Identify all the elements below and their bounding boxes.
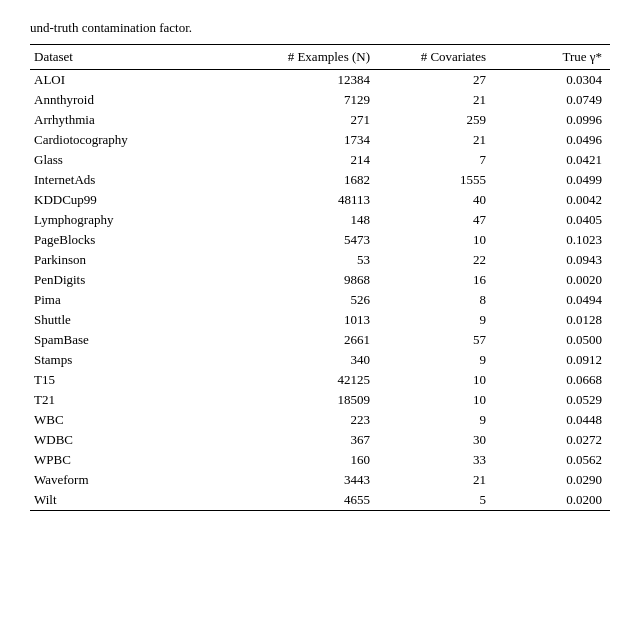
cell-dataset: Wilt [30, 490, 250, 511]
cell-examples: 1734 [250, 130, 378, 150]
cell-gamma: 0.0562 [494, 450, 610, 470]
cell-gamma: 0.0405 [494, 210, 610, 230]
cell-examples: 214 [250, 150, 378, 170]
cell-gamma: 0.0448 [494, 410, 610, 430]
cell-examples: 5473 [250, 230, 378, 250]
cell-gamma: 0.0020 [494, 270, 610, 290]
cell-gamma: 0.0042 [494, 190, 610, 210]
cell-examples: 367 [250, 430, 378, 450]
header-row: Dataset # Examples (N) # Covariates True… [30, 45, 610, 70]
cell-dataset: T21 [30, 390, 250, 410]
cell-gamma: 0.1023 [494, 230, 610, 250]
cell-covariates: 22 [378, 250, 494, 270]
col-header-gamma: True γ* [494, 45, 610, 70]
cell-dataset: Glass [30, 150, 250, 170]
table-row: WPBC160330.0562 [30, 450, 610, 470]
cell-covariates: 40 [378, 190, 494, 210]
cell-examples: 18509 [250, 390, 378, 410]
cell-gamma: 0.0529 [494, 390, 610, 410]
table-row: T2118509100.0529 [30, 390, 610, 410]
cell-gamma: 0.0996 [494, 110, 610, 130]
cell-covariates: 33 [378, 450, 494, 470]
cell-dataset: T15 [30, 370, 250, 390]
table-row: Pima52680.0494 [30, 290, 610, 310]
cell-gamma: 0.0128 [494, 310, 610, 330]
cell-covariates: 9 [378, 350, 494, 370]
cell-examples: 223 [250, 410, 378, 430]
cell-covariates: 10 [378, 230, 494, 250]
cell-dataset: PenDigits [30, 270, 250, 290]
cell-examples: 12384 [250, 70, 378, 91]
cell-dataset: PageBlocks [30, 230, 250, 250]
table-row: WBC22390.0448 [30, 410, 610, 430]
cell-dataset: Cardiotocography [30, 130, 250, 150]
table-row: SpamBase2661570.0500 [30, 330, 610, 350]
col-header-dataset: Dataset [30, 45, 250, 70]
cell-gamma: 0.0500 [494, 330, 610, 350]
table-row: KDDCup9948113400.0042 [30, 190, 610, 210]
cell-dataset: Stamps [30, 350, 250, 370]
cell-examples: 271 [250, 110, 378, 130]
cell-dataset: WDBC [30, 430, 250, 450]
cell-gamma: 0.0912 [494, 350, 610, 370]
cell-examples: 160 [250, 450, 378, 470]
cell-covariates: 21 [378, 90, 494, 110]
cell-covariates: 10 [378, 370, 494, 390]
cell-dataset: SpamBase [30, 330, 250, 350]
cell-dataset: Shuttle [30, 310, 250, 330]
table-row: Shuttle101390.0128 [30, 310, 610, 330]
table-row: Waveform3443210.0290 [30, 470, 610, 490]
cell-covariates: 5 [378, 490, 494, 511]
cell-covariates: 21 [378, 470, 494, 490]
table-row: Cardiotocography1734210.0496 [30, 130, 610, 150]
table-row: Wilt465550.0200 [30, 490, 610, 511]
dataset-table: Dataset # Examples (N) # Covariates True… [30, 44, 610, 511]
cell-examples: 53 [250, 250, 378, 270]
cell-examples: 42125 [250, 370, 378, 390]
cell-covariates: 8 [378, 290, 494, 310]
cell-gamma: 0.0272 [494, 430, 610, 450]
cell-covariates: 10 [378, 390, 494, 410]
table-row: ALOI12384270.0304 [30, 70, 610, 91]
cell-dataset: Pima [30, 290, 250, 310]
data-table-container: Dataset # Examples (N) # Covariates True… [30, 44, 610, 511]
cell-covariates: 47 [378, 210, 494, 230]
cell-dataset: WBC [30, 410, 250, 430]
cell-gamma: 0.0668 [494, 370, 610, 390]
cell-gamma: 0.0943 [494, 250, 610, 270]
cell-covariates: 16 [378, 270, 494, 290]
cell-gamma: 0.0200 [494, 490, 610, 511]
cell-examples: 4655 [250, 490, 378, 511]
table-row: Annthyroid7129210.0749 [30, 90, 610, 110]
table-row: T1542125100.0668 [30, 370, 610, 390]
cell-dataset: InternetAds [30, 170, 250, 190]
cell-dataset: Waveform [30, 470, 250, 490]
col-header-covariates: # Covariates [378, 45, 494, 70]
cell-covariates: 9 [378, 310, 494, 330]
cell-gamma: 0.0290 [494, 470, 610, 490]
cell-covariates: 21 [378, 130, 494, 150]
cell-examples: 340 [250, 350, 378, 370]
cell-dataset: Parkinson [30, 250, 250, 270]
cell-examples: 526 [250, 290, 378, 310]
cell-examples: 2661 [250, 330, 378, 350]
cell-examples: 48113 [250, 190, 378, 210]
cell-dataset: ALOI [30, 70, 250, 91]
cell-covariates: 9 [378, 410, 494, 430]
intro-text: und-truth contamination factor. [30, 20, 610, 36]
table-row: WDBC367300.0272 [30, 430, 610, 450]
cell-gamma: 0.0421 [494, 150, 610, 170]
cell-examples: 1013 [250, 310, 378, 330]
table-row: PageBlocks5473100.1023 [30, 230, 610, 250]
cell-dataset: KDDCup99 [30, 190, 250, 210]
cell-examples: 7129 [250, 90, 378, 110]
cell-examples: 3443 [250, 470, 378, 490]
table-row: Parkinson53220.0943 [30, 250, 610, 270]
col-header-examples: # Examples (N) [250, 45, 378, 70]
table-row: Stamps34090.0912 [30, 350, 610, 370]
cell-covariates: 57 [378, 330, 494, 350]
cell-dataset: Arrhythmia [30, 110, 250, 130]
cell-examples: 9868 [250, 270, 378, 290]
cell-covariates: 259 [378, 110, 494, 130]
table-row: InternetAds168215550.0499 [30, 170, 610, 190]
